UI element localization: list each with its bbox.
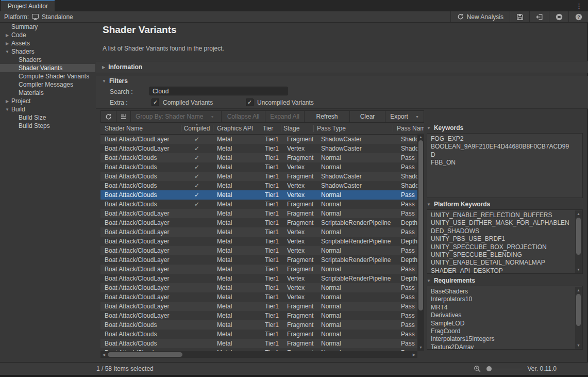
compiled-variants-checkbox[interactable]	[152, 99, 159, 106]
platform-keywords-foldout[interactable]: ▼ Platform Keywords	[427, 200, 490, 209]
search-input[interactable]	[149, 87, 288, 95]
vertical-scroll-thumb[interactable]	[576, 294, 581, 326]
column-header-shader-name[interactable]: Shader Name	[100, 123, 181, 134]
platform-selector[interactable]: Platform: Standalone	[0, 11, 73, 22]
table-row[interactable]: Boat Attack/CloudLayerMetalTier1VertexSc…	[100, 274, 417, 283]
keywords-foldout[interactable]: ▼ Keywords	[427, 123, 463, 133]
scroll-up-icon[interactable]: ▲	[575, 287, 582, 293]
cell-shader-name: Boat Attack/CloudLayer	[100, 210, 181, 217]
cell-stage: Fragment	[283, 173, 317, 180]
sidebar-item-materials[interactable]: Materials	[0, 89, 95, 97]
table-row[interactable]: Boat Attack/Clouds✓MetalTier1VertexNorma…	[100, 162, 417, 172]
export-dropdown-button[interactable]: Export ▼	[385, 111, 424, 122]
table-row[interactable]: Boat Attack/Clouds✓MetalTier1VertexShado…	[100, 181, 417, 190]
sidebar-item-assets[interactable]: ▶Assets	[0, 39, 95, 47]
load-button[interactable]	[529, 11, 549, 22]
list-item: SampleLOD	[431, 320, 572, 327]
scroll-down-icon[interactable]: ▼	[575, 266, 582, 273]
table-row[interactable]: Boat Attack/CloudLayerMetalTier1VertexNo…	[100, 246, 417, 255]
scroll-up-icon[interactable]: ▲	[417, 134, 424, 140]
new-analysis-button[interactable]: New Analysis	[450, 11, 510, 22]
sidebar-item-shaders[interactable]: Shaders	[0, 56, 95, 64]
table-row[interactable]: Boat Attack/CloudLayerMetalTier1Fragment…	[100, 265, 417, 274]
foldout-closed-icon[interactable]: ▶	[3, 99, 11, 104]
column-header-compiled[interactable]: ▲ Compiled	[181, 123, 213, 134]
expand-all-button[interactable]: Expand All	[265, 111, 304, 122]
table-row[interactable]: Boat Attack/CloudLayer✓MetalTier1Fragmen…	[100, 135, 417, 144]
information-foldout[interactable]: ▶ Information	[96, 61, 588, 73]
clear-button[interactable]: Clear	[350, 111, 385, 122]
sidebar-item-build[interactable]: ▼Build	[0, 105, 95, 113]
table-row[interactable]: Boat Attack/Clouds✓MetalTier1FragmentSha…	[100, 172, 417, 181]
table-row[interactable]: Boat Attack/CloudsMetalTier1FragmentNorm…	[100, 330, 417, 339]
scroll-down-icon[interactable]: ▼	[575, 342, 582, 349]
view-options-button[interactable]	[116, 111, 130, 122]
sidebar-item-compiler-messages[interactable]: Compiler Messages	[0, 80, 95, 89]
table-row[interactable]: Boat Attack/Clouds✓MetalTier1FragmentNor…	[100, 200, 417, 209]
table-row[interactable]: Boat Attack/CloudsMetalTier1FragmentNorm…	[100, 339, 417, 348]
refresh-button[interactable]: Refresh	[305, 111, 349, 122]
vertical-scroll-thumb[interactable]	[576, 218, 581, 255]
cell-graphics-api: Metal	[213, 163, 261, 171]
slider-knob[interactable]	[486, 366, 492, 371]
sidebar-item-compute-shader-variants[interactable]: Compute Shader Variants	[0, 72, 95, 80]
requirements-scrollbar[interactable]: ▲ ▼	[575, 287, 582, 349]
table-row[interactable]: Boat Attack/CloudsMetalTier1FragmentNorm…	[100, 320, 417, 330]
column-header-stage[interactable]: Stage	[281, 123, 313, 134]
sidebar-item-code[interactable]: ▶Code	[0, 31, 95, 39]
vertical-scroll-thumb[interactable]	[418, 140, 423, 310]
foldout-closed-icon[interactable]: ▶	[3, 41, 11, 46]
collapse-all-button[interactable]: Collapse All	[222, 111, 265, 122]
horizontal-scroll-thumb[interactable]	[108, 352, 182, 357]
sidebar-item-summary[interactable]: Summary	[0, 23, 95, 31]
save-button[interactable]	[510, 11, 529, 22]
table-row[interactable]: Boat Attack/CloudLayerMetalTier1Fragment…	[100, 311, 417, 320]
sidebar-item-build-steps[interactable]: Build Steps	[0, 122, 95, 130]
table-row[interactable]: Boat Attack/CloudLayerMetalTier1Fragment…	[100, 302, 417, 311]
table-row[interactable]: Boat Attack/CloudLayer✓MetalTier1VertexS…	[100, 144, 417, 153]
table-row[interactable]: Boat Attack/CloudLayerMetalTier1Fragment…	[100, 255, 417, 265]
table-row[interactable]: Boat Attack/CloudLayerMetalTier1VertexNo…	[100, 292, 417, 302]
table-row[interactable]: Boat Attack/Clouds✓MetalTier1VertexNorma…	[100, 190, 417, 200]
requirements-items: BaseShadersInterpolators10MRT4Derivative…	[431, 288, 572, 350]
cell-shader-name: Boat Attack/Clouds	[100, 182, 181, 189]
platform-keywords-scrollbar[interactable]: ▲ ▼	[575, 210, 582, 273]
sidebar-item-shaders[interactable]: ▼Shaders	[0, 47, 95, 56]
column-header-graphics-api[interactable]: Graphics API	[213, 123, 261, 134]
table-horizontal-scrollbar[interactable]: ◀ ▶	[100, 351, 417, 358]
scroll-right-icon[interactable]: ▶	[411, 351, 417, 358]
scroll-left-icon[interactable]: ◀	[100, 351, 107, 358]
cell-shader-name: Boat Attack/Clouds	[100, 154, 181, 161]
requirements-foldout[interactable]: ▼ Requirements	[427, 276, 475, 285]
kebab-menu-icon[interactable]: ⋮	[576, 0, 583, 11]
cell-pass-name: Pass	[397, 340, 417, 347]
column-header-pass-name[interactable]: Pass Name	[393, 123, 424, 134]
list-item: FragCoord	[431, 327, 572, 335]
sidebar-item-build-size[interactable]: Build Size	[0, 113, 95, 122]
table-row[interactable]: Boat Attack/CloudLayerMetalTier1Fragment…	[100, 209, 417, 218]
sidebar-item-shader-variants[interactable]: Shader Variants	[0, 64, 95, 72]
table-row[interactable]: Boat Attack/CloudLayerMetalTier1Fragment…	[100, 218, 417, 227]
column-header-tier[interactable]: Tier	[261, 123, 281, 134]
slider-track[interactable]	[486, 369, 523, 370]
group-by-dropdown[interactable]: Group By: Shader Name ▼	[131, 111, 221, 122]
foldout-closed-icon[interactable]: ▶	[3, 33, 11, 38]
scroll-down-icon[interactable]: ▼	[417, 344, 424, 351]
help-button[interactable]: ?	[568, 11, 588, 22]
sidebar-item-project[interactable]: ▶Project	[0, 97, 95, 105]
discussion-button[interactable]	[549, 11, 568, 22]
table-row[interactable]: Boat Attack/CloudLayerMetalTier1VertexNo…	[100, 227, 417, 237]
column-header-pass-type[interactable]: Pass Type	[313, 123, 393, 134]
table-vertical-scrollbar[interactable]: ▲ ▼	[417, 134, 424, 351]
filters-foldout[interactable]: ▼ Filters	[102, 77, 128, 85]
table-refresh-icon-button[interactable]	[101, 111, 116, 122]
table-row[interactable]: Boat Attack/CloudLayerMetalTier1VertexSc…	[100, 237, 417, 246]
uncompiled-variants-checkbox[interactable]	[246, 99, 254, 106]
scroll-up-icon[interactable]: ▲	[575, 210, 582, 217]
foldout-open-icon[interactable]: ▼	[3, 107, 11, 112]
tab-project-auditor[interactable]: Project Auditor	[1, 0, 55, 11]
table-row[interactable]: Boat Attack/CloudLayerMetalTier1VertexNo…	[100, 283, 417, 292]
table-row[interactable]: Boat Attack/Clouds✓MetalTier1FragmentNor…	[100, 153, 417, 162]
foldout-open-icon[interactable]: ▼	[3, 50, 11, 54]
zoom-slider[interactable]	[486, 366, 523, 371]
